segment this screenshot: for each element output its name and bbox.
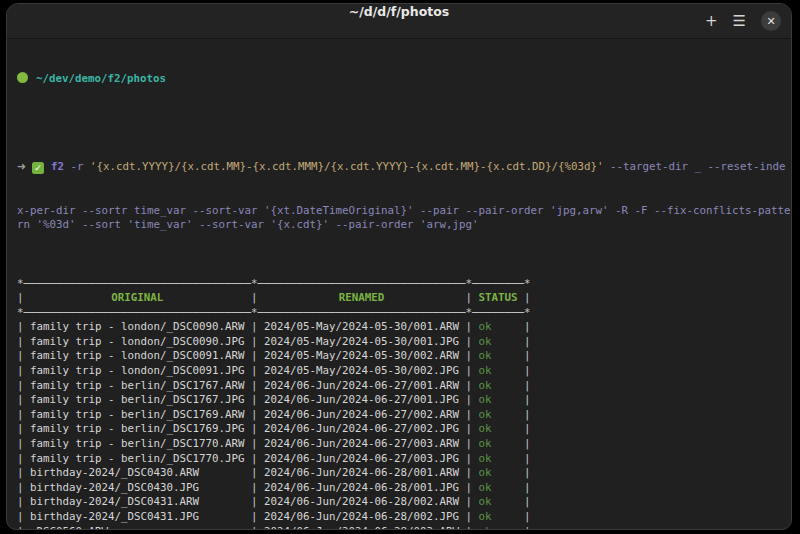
table-row: |birthday-2024/_DSC0431.ARW|2024/06-Jun/… — [17, 495, 791, 510]
table-row: |birthday-2024/_DSC0430.ARW|2024/06-Jun/… — [17, 466, 791, 481]
status-cell: ok — [472, 437, 524, 452]
status-cell: ok — [472, 481, 524, 496]
renamed-cell: 2024/05-May/2024-05-30/002.ARW — [258, 349, 466, 364]
window-title: ~/d/d/f/photos — [7, 4, 791, 19]
table-row: |family trip - london/_DSC0090.ARW|2024/… — [17, 320, 791, 335]
original-cell: _DSC0560.ARW — [24, 525, 252, 530]
original-cell: family trip - berlin/_DSC1770.JPG — [24, 452, 252, 467]
renamed-cell: 2024/06-Jun/2024-06-27/001.JPG — [258, 393, 466, 408]
status-cell: ok — [472, 452, 524, 467]
original-cell: family trip - london/_DSC0091.JPG — [24, 364, 252, 379]
renamed-cell: 2024/06-Jun/2024-06-27/003.JPG — [258, 452, 466, 467]
table-row: |family trip - berlin/_DSC1767.ARW|2024/… — [17, 379, 791, 394]
menu-button[interactable]: ☰ — [733, 12, 746, 30]
original-cell: family trip - london/_DSC0090.ARW — [24, 320, 252, 335]
renamed-cell: 2024/06-Jun/2024-06-28/002.ARW — [258, 495, 466, 510]
status-cell: ok — [472, 364, 524, 379]
prompt-path: ~/dev/demo/f2/photos — [36, 72, 166, 85]
column-header-original: ORIGINAL — [24, 291, 252, 306]
prompt-cwd-line: ~/dev/demo/f2/photos — [17, 72, 791, 87]
renamed-cell: 2024/05-May/2024-05-30/001.ARW — [258, 320, 466, 335]
renamed-cell: 2024/06-Jun/2024-06-27/002.ARW — [258, 408, 466, 423]
table-row: |family trip - london/_DSC0090.JPG|2024/… — [17, 335, 791, 350]
table-border: *───────────────────────────────────*───… — [17, 277, 791, 292]
renamed-cell: 2024/06-Jun/2024-06-28/002.JPG — [258, 510, 466, 525]
original-cell: family trip - berlin/_DSC1769.ARW — [24, 408, 252, 423]
renamed-cell: 2024/06-Jun/2024-06-27/002.JPG — [258, 422, 466, 437]
success-checkbox-icon: ✓ — [32, 162, 44, 174]
renamed-cell: 2024/06-Jun/2024-06-28/003.ARW — [258, 525, 466, 530]
window-controls: + ☰ ✕ — [705, 4, 781, 38]
renamed-cell: 2024/05-May/2024-05-30/001.JPG — [258, 335, 466, 350]
original-cell: birthday-2024/_DSC0431.ARW — [24, 495, 252, 510]
original-cell: birthday-2024/_DSC0430.JPG — [24, 481, 252, 496]
table-row: |birthday-2024/_DSC0431.JPG|2024/06-Jun/… — [17, 510, 791, 525]
renamed-cell: 2024/06-Jun/2024-06-27/001.ARW — [258, 379, 466, 394]
status-cell: ok — [472, 379, 524, 394]
renamed-cell: 2024/06-Jun/2024-06-27/003.ARW — [258, 437, 466, 452]
table-row: |family trip - berlin/_DSC1770.JPG|2024/… — [17, 452, 791, 467]
original-cell: family trip - berlin/_DSC1767.ARW — [24, 379, 252, 394]
status-cell: ok — [472, 393, 524, 408]
original-cell: family trip - berlin/_DSC1767.JPG — [24, 393, 252, 408]
prompt-arrow-icon: ➜ — [17, 160, 26, 173]
renamed-cell: 2024/06-Jun/2024-06-28/001.JPG — [258, 481, 466, 496]
command-line: rn '%03d' --sort 'time_var' --sort-var '… — [17, 218, 791, 233]
prompt-status-dot-icon — [17, 72, 28, 83]
close-button[interactable]: ✕ — [761, 11, 781, 31]
status-cell: ok — [472, 510, 524, 525]
column-header-status: STATUS — [472, 291, 524, 306]
original-cell: family trip - london/_DSC0090.JPG — [24, 335, 252, 350]
table-row: |family trip - berlin/_DSC1770.ARW|2024/… — [17, 437, 791, 452]
status-cell: ok — [472, 320, 524, 335]
table-row: |birthday-2024/_DSC0430.JPG|2024/06-Jun/… — [17, 481, 791, 496]
original-cell: birthday-2024/_DSC0430.ARW — [24, 466, 252, 481]
original-cell: family trip - berlin/_DSC1769.JPG — [24, 422, 252, 437]
original-cell: family trip - berlin/_DSC1770.ARW — [24, 437, 252, 452]
table-row: |family trip - berlin/_DSC1767.JPG|2024/… — [17, 393, 791, 408]
table-row: |family trip - berlin/_DSC1769.JPG|2024/… — [17, 422, 791, 437]
table-row: |_DSC0560.ARW|2024/06-Jun/2024-06-28/003… — [17, 525, 791, 530]
original-cell: birthday-2024/_DSC0431.JPG — [24, 510, 252, 525]
status-cell: ok — [472, 466, 524, 481]
command-line: x-per-dir --sortr time_var --sort-var '{… — [17, 204, 791, 219]
table-row: |family trip - london/_DSC0091.JPG|2024/… — [17, 364, 791, 379]
command-line: ➜✓f2 -r '{x.cdt.YYYY}/{x.cdt.MM}-{x.cdt.… — [17, 160, 791, 175]
terminal-window: ~/d/d/f/photos + ☰ ✕ ~/dev/demo/f2/photo… — [6, 3, 792, 530]
titlebar[interactable]: ~/d/d/f/photos + ☰ ✕ — [7, 4, 791, 39]
terminal-content[interactable]: ~/dev/demo/f2/photos ➜✓f2 -r '{x.cdt.YYY… — [7, 39, 791, 530]
rename-table: *───────────────────────────────────*───… — [17, 277, 791, 531]
status-cell: ok — [472, 495, 524, 510]
table-header-row: |ORIGINAL|RENAMED|STATUS| — [17, 291, 791, 306]
renamed-cell: 2024/06-Jun/2024-06-28/001.ARW — [258, 466, 466, 481]
status-cell: ok — [472, 422, 524, 437]
status-cell: ok — [472, 349, 524, 364]
status-cell: ok — [472, 408, 524, 423]
new-tab-button[interactable]: + — [705, 12, 718, 30]
table-row: |family trip - london/_DSC0091.ARW|2024/… — [17, 349, 791, 364]
table-row: |family trip - berlin/_DSC1769.ARW|2024/… — [17, 408, 791, 423]
renamed-cell: 2024/05-May/2024-05-30/002.JPG — [258, 364, 466, 379]
table-border: *───────────────────────────────────*───… — [17, 306, 791, 321]
status-cell: ok — [472, 525, 524, 530]
column-header-renamed: RENAMED — [258, 291, 466, 306]
status-cell: ok — [472, 335, 524, 350]
command-block: ➜✓f2 -r '{x.cdt.YYYY}/{x.cdt.MM}-{x.cdt.… — [17, 131, 791, 233]
original-cell: family trip - london/_DSC0091.ARW — [24, 349, 252, 364]
